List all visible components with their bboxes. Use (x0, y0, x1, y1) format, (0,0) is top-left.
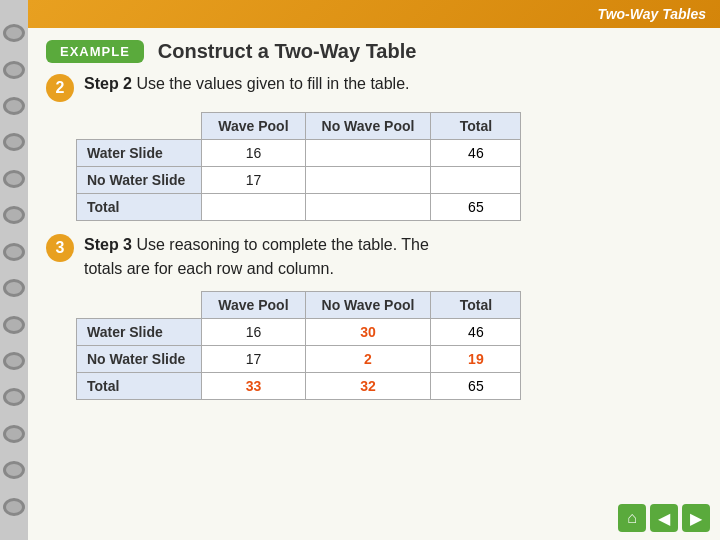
banner-title: Two-Way Tables (598, 6, 706, 22)
table1-row1-total: 46 (431, 140, 521, 167)
table1-row2-label: No Water Slide (77, 167, 202, 194)
table2-row3-nowave: 32 (305, 373, 431, 400)
table-row: No Water Slide 17 2 19 (77, 346, 521, 373)
next-icon: ▶ (690, 509, 702, 528)
table2-header-no-wave-pool: No Wave Pool (305, 292, 431, 319)
table2-header-empty (77, 292, 202, 319)
spiral-ring (3, 206, 25, 224)
bottom-nav: ⌂ ◀ ▶ (618, 504, 710, 532)
table-row: Total 33 32 65 (77, 373, 521, 400)
table1-header-no-wave-pool: No Wave Pool (305, 113, 431, 140)
table1-header-row: Wave Pool No Wave Pool Total (77, 113, 521, 140)
table1-header-empty (77, 113, 202, 140)
spiral-ring (3, 243, 25, 261)
spiral-ring (3, 133, 25, 151)
table2-row2-wave: 17 (202, 346, 305, 373)
table1-header-total: Total (431, 113, 521, 140)
table-row: Total 65 (77, 194, 521, 221)
table2-row2-total: 19 (431, 346, 521, 373)
spiral-ring (3, 170, 25, 188)
spiral-ring (3, 461, 25, 479)
step3-row: 3 Step 3 Use reasoning to complete the t… (46, 233, 702, 281)
step2-description: Use the values given to fill in the tabl… (136, 75, 409, 92)
step3-text: Step 3 Use reasoning to complete the tab… (84, 233, 429, 281)
table1-row3-label: Total (77, 194, 202, 221)
table1: Wave Pool No Wave Pool Total Water Slide… (76, 112, 521, 221)
example-row: EXAMPLE Construct a Two-Way Table (46, 40, 702, 63)
table2-row3-wave: 33 (202, 373, 305, 400)
spiral-ring (3, 388, 25, 406)
step3-description: Use reasoning to complete the table. The… (84, 236, 429, 277)
table2-row1-total: 46 (431, 319, 521, 346)
table2-header-total: Total (431, 292, 521, 319)
prev-icon: ◀ (658, 509, 670, 528)
table-row: No Water Slide 17 (77, 167, 521, 194)
home-button[interactable]: ⌂ (618, 504, 646, 532)
top-banner: Two-Way Tables (28, 0, 720, 28)
table1-row3-total: 65 (431, 194, 521, 221)
spiral-ring (3, 97, 25, 115)
table1-row2-nowave (305, 167, 431, 194)
table2-header-row: Wave Pool No Wave Pool Total (77, 292, 521, 319)
table1-row2-total (431, 167, 521, 194)
table-row: Water Slide 16 46 (77, 140, 521, 167)
spiral-ring (3, 352, 25, 370)
table2-row2-nowave: 2 (305, 346, 431, 373)
table2-row3-total: 65 (431, 373, 521, 400)
example-badge: EXAMPLE (46, 40, 144, 63)
table2-row1-wave: 16 (202, 319, 305, 346)
spiral-ring (3, 316, 25, 334)
step2-circle: 2 (46, 74, 74, 102)
table1-wrapper: Wave Pool No Wave Pool Total Water Slide… (76, 112, 702, 221)
table2-header-wave-pool: Wave Pool (202, 292, 305, 319)
table1-row3-nowave (305, 194, 431, 221)
spiral-ring (3, 425, 25, 443)
table2: Wave Pool No Wave Pool Total Water Slide… (76, 291, 521, 400)
step2-text: Step 2 Use the values given to fill in t… (84, 73, 410, 95)
home-icon: ⌂ (627, 509, 637, 527)
table1-row2-wave: 17 (202, 167, 305, 194)
table-row: Water Slide 16 30 46 (77, 319, 521, 346)
next-button[interactable]: ▶ (682, 504, 710, 532)
step3-circle: 3 (46, 234, 74, 262)
table1-row1-wave: 16 (202, 140, 305, 167)
table1-row3-wave (202, 194, 305, 221)
table2-row3-label: Total (77, 373, 202, 400)
table2-row1-label: Water Slide (77, 319, 202, 346)
step2-label: Step 2 (84, 75, 132, 92)
spiral-ring (3, 61, 25, 79)
spiral-ring (3, 24, 25, 42)
prev-button[interactable]: ◀ (650, 504, 678, 532)
table1-row1-label: Water Slide (77, 140, 202, 167)
main-content: EXAMPLE Construct a Two-Way Table 2 Step… (28, 28, 720, 540)
table2-wrapper: Wave Pool No Wave Pool Total Water Slide… (76, 291, 702, 400)
spiral-binding (0, 0, 28, 540)
table1-row1-nowave (305, 140, 431, 167)
table2-row2-label: No Water Slide (77, 346, 202, 373)
table1-header-wave-pool: Wave Pool (202, 113, 305, 140)
step3-label: Step 3 (84, 236, 132, 253)
spiral-ring (3, 279, 25, 297)
spiral-ring (3, 498, 25, 516)
section-heading: Construct a Two-Way Table (158, 40, 417, 63)
step2-row: 2 Step 2 Use the values given to fill in… (46, 73, 702, 102)
table2-row1-nowave: 30 (305, 319, 431, 346)
